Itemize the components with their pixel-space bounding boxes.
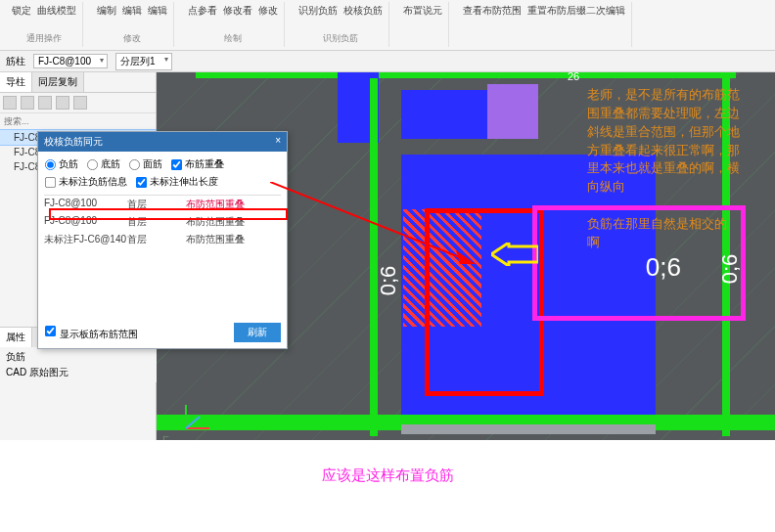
table-row[interactable]: 未标注FJ-C6@140 首层 布防范围重叠: [44, 231, 281, 248]
rb-check[interactable]: 校核负筋: [343, 4, 383, 18]
cell-floor: 首层: [127, 215, 187, 229]
beam-top: [196, 72, 736, 78]
axis-letter: F: [162, 434, 169, 440]
wall-band: [401, 424, 656, 434]
lower-row[interactable]: CAD 原始图元: [2, 365, 155, 380]
rb-edit-3[interactable]: 编辑: [148, 4, 167, 18]
search-label: 搜索...: [0, 113, 156, 130]
close-icon[interactable]: ×: [275, 135, 281, 149]
table-row[interactable]: FJ-C8@100 首层 布防范围重叠: [44, 196, 281, 213]
filter-noinfo[interactable]: 未标注负筋信息: [44, 175, 127, 189]
rb-edit-2[interactable]: 编辑: [122, 4, 142, 18]
result-table: FJ-C8@100 首层 布防范围重叠 FJ-C8@100 首层 布防范围重叠 …: [44, 195, 281, 248]
cell-issue: 布防范围重叠: [186, 215, 281, 229]
overlap-hatch: [403, 209, 481, 327]
table-row[interactable]: FJ-C8@100 首层 布防范围重叠: [44, 213, 281, 231]
ribbon-group-range: 查看布防范围 重置布防后缀二次编辑: [457, 2, 632, 47]
rb-reset-suffix[interactable]: 重置布防后缀二次编辑: [527, 4, 625, 18]
ribbon-group-draw: 点参看 修改看 修改 绘制: [182, 2, 285, 47]
cell-name: FJ-C8@100: [44, 198, 127, 211]
checkbox[interactable]: [136, 176, 147, 187]
secondary-toolbar: 筋柱 FJ-C8@100 分层列1: [0, 51, 775, 72]
panel-btn-4[interactable]: [56, 96, 69, 110]
ribbon-group-common: 锁定 曲线模型 通用操作: [6, 2, 83, 47]
cell-floor: 首层: [127, 233, 187, 246]
ribbon-group-place: 布置说元: [397, 2, 449, 47]
filter-row: 负筋 底筋 面筋 布筋重叠 未标注负筋信息 未标注伸出长度: [38, 152, 287, 195]
cell-name: FJ-C8@100: [44, 215, 127, 229]
lower-tab-props[interactable]: 属性: [0, 328, 32, 347]
rb-lock[interactable]: 锁定: [12, 4, 31, 18]
ribbon-group-label: 修改: [123, 32, 141, 45]
layer-dropdown[interactable]: 分层列1: [115, 53, 172, 70]
filter-neg[interactable]: 负筋: [44, 157, 78, 171]
radio[interactable]: [45, 158, 56, 169]
rb-curve[interactable]: 曲线模型: [37, 4, 76, 18]
panel-btn-2[interactable]: [21, 96, 34, 110]
filter-face[interactable]: 面筋: [128, 157, 162, 171]
panel-btn-5[interactable]: [73, 96, 87, 110]
tab-copy[interactable]: 同层复制: [32, 72, 84, 92]
rb-view-range[interactable]: 查看布防范围: [463, 4, 522, 18]
axis-gizmo-icon: [180, 401, 213, 434]
annotation-note-1: 老师，是不是所有的布筋范围重叠都需要处理呢，左边斜线是重合范围，但那个地方重叠看…: [587, 86, 748, 197]
panel-btn-1[interactable]: [3, 96, 17, 110]
check-footer: 显示板筋布筋范围 刷新: [38, 317, 287, 348]
lower-row[interactable]: 负筋: [2, 349, 155, 365]
ribbon-group-label: 绘制: [224, 32, 242, 45]
check-window-title[interactable]: 校核负筋同元 ×: [38, 132, 287, 152]
annotation-note-2: 负筋在那里自然是相交的啊: [587, 215, 734, 252]
cell-name: 未标注FJ-C6@140: [44, 233, 127, 246]
filter-overlap[interactable]: 布筋重叠: [170, 157, 224, 171]
panel-btn-3[interactable]: [38, 96, 52, 110]
check-window[interactable]: 校核负筋同元 × 负筋 底筋 面筋 布筋重叠 未标注负筋信息 未标注伸出长度 F…: [37, 131, 288, 349]
ribbon-group-label: 识别负筋: [323, 32, 358, 45]
filter-bottom[interactable]: 底筋: [86, 157, 120, 171]
rb-edit-1[interactable]: 编制: [97, 4, 116, 18]
ribbon: 锁定 曲线模型 通用操作 编制 编辑 编辑 修改 点参看 修改看 修改 绘制 识…: [0, 0, 775, 51]
refresh-button[interactable]: 刷新: [234, 323, 281, 342]
checkbox[interactable]: [45, 325, 56, 335]
svg-line-2: [186, 417, 200, 428]
panel-toolbar: [0, 93, 156, 113]
radio[interactable]: [129, 158, 140, 169]
field-label: 筋柱: [6, 55, 25, 68]
filter-nolen[interactable]: 未标注伸出长度: [135, 175, 218, 189]
radio[interactable]: [87, 158, 98, 169]
rb-place[interactable]: 布置说元: [403, 4, 442, 18]
show-range-check[interactable]: 显示板筋布筋范围: [44, 325, 138, 341]
rebar-label: 0;6: [718, 254, 744, 285]
cell-issue: 布防范围重叠: [186, 233, 281, 246]
ribbon-group-edit: 编制 编辑 编辑 修改: [91, 2, 174, 47]
rebar-label: 0;6: [646, 252, 681, 283]
slab-purple: [487, 84, 538, 139]
rb-draw-2[interactable]: 修改看: [223, 4, 252, 18]
cell-floor: 首层: [127, 198, 187, 211]
ribbon-group-label: 通用操作: [26, 32, 62, 45]
title-text: 校核负筋同元: [44, 135, 103, 149]
rb-identify[interactable]: 识别负筋: [298, 4, 338, 18]
rb-draw-1[interactable]: 点参看: [188, 4, 217, 18]
cell-issue: 布防范围重叠: [186, 198, 281, 211]
footer-annotation: 应该是这样布置负筋: [0, 466, 775, 485]
tab-list[interactable]: 导柱: [0, 72, 32, 92]
rebar-label: 0;6: [376, 266, 401, 296]
beam-vert: [370, 78, 378, 436]
left-tabs: 导柱 同层复制: [0, 72, 156, 93]
checkbox[interactable]: [171, 158, 182, 169]
member-dropdown[interactable]: FJ-C8@100: [33, 54, 108, 68]
rb-draw-3[interactable]: 修改: [258, 4, 278, 18]
dimension-26: 26: [568, 72, 579, 82]
ribbon-group-identify: 识别负筋 校核负筋 识别负筋: [293, 2, 389, 47]
checkbox[interactable]: [45, 176, 56, 187]
